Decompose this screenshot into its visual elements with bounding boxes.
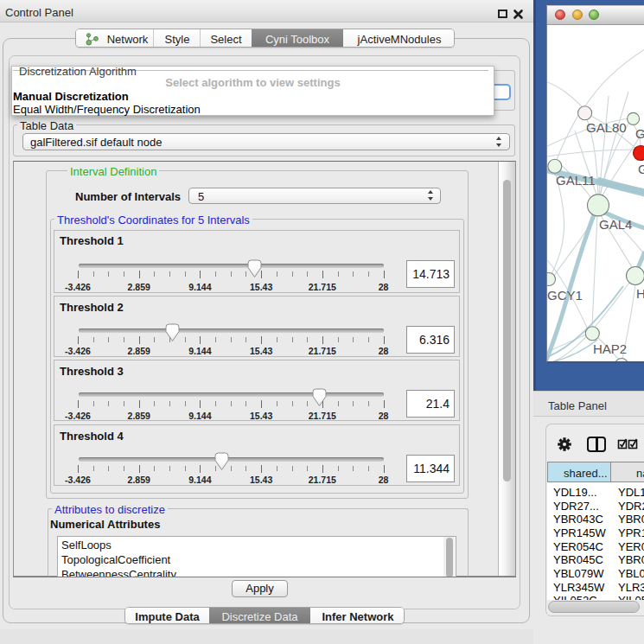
svg-text:GAL4: GAL4: [599, 217, 632, 232]
svg-text:GCY1: GCY1: [547, 288, 583, 303]
svg-text:HAP2: HAP2: [593, 341, 627, 356]
svg-text:GAL80: GAL80: [586, 120, 627, 135]
svg-text:GAL11: GAL11: [556, 173, 596, 188]
svg-text:G: G: [638, 162, 644, 176]
svg-text:H: H: [636, 286, 644, 301]
svg-text:G: G: [635, 126, 644, 141]
